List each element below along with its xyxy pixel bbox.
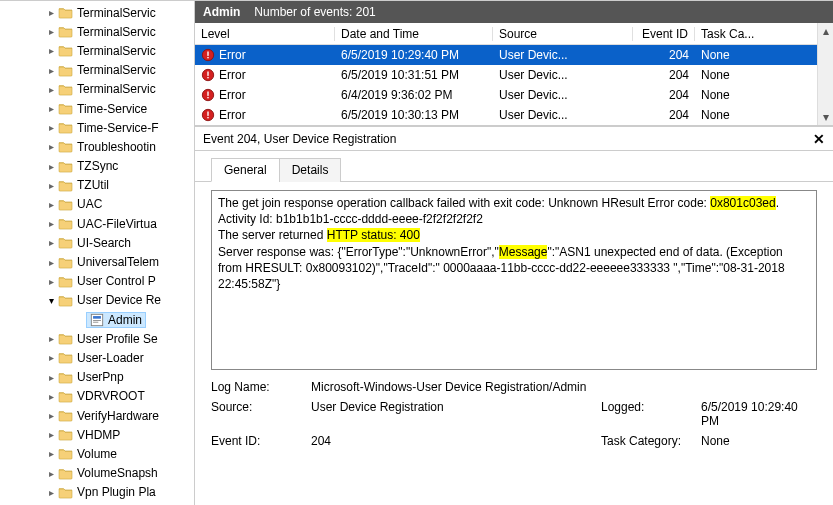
folder-icon — [58, 217, 73, 230]
cell-event-id: 204 — [633, 88, 695, 102]
folder-icon — [58, 294, 73, 307]
tree-leaf[interactable]: Admin — [0, 310, 194, 329]
col-date[interactable]: Date and Time — [335, 27, 493, 41]
tree-folder[interactable]: ▸VolumeSnapsh — [0, 464, 194, 483]
chevron-right-icon[interactable]: ▸ — [46, 468, 56, 479]
cell-level: Error — [219, 88, 246, 102]
chevron-right-icon[interactable]: ▸ — [46, 65, 56, 76]
cell-level: Error — [219, 68, 246, 82]
chevron-right-icon[interactable]: ▸ — [46, 199, 56, 210]
tree-folder[interactable]: ▸UI-Search — [0, 233, 194, 252]
tree-folder[interactable]: ▸UserPnp — [0, 368, 194, 387]
prop-taskcat-value: None — [701, 434, 817, 448]
tree-folder[interactable]: ▸UAC — [0, 195, 194, 214]
event-row[interactable]: Error6/4/2019 9:36:02 PMUser Devic...204… — [195, 85, 833, 105]
tree-label: VHDMP — [77, 428, 120, 442]
chevron-right-icon[interactable]: ▸ — [46, 410, 56, 421]
tree-folder[interactable]: ▸Troubleshootin — [0, 137, 194, 156]
folder-icon — [58, 64, 73, 77]
tree-label: Volume — [77, 447, 117, 461]
list-scrollbar[interactable]: ▴ ▾ — [817, 23, 833, 125]
event-row[interactable]: Error6/5/2019 10:30:13 PMUser Devic...20… — [195, 105, 833, 125]
tree-folder[interactable]: ▸TerminalServic — [0, 41, 194, 60]
prop-taskcat-label: Task Category: — [601, 434, 701, 448]
tab-general[interactable]: General — [211, 158, 280, 182]
tree-label: VDRVROOT — [77, 389, 145, 403]
cell-task: None — [695, 48, 833, 62]
chevron-right-icon[interactable]: ▸ — [46, 257, 56, 268]
col-level[interactable]: Level — [195, 27, 335, 41]
cell-source: User Devic... — [493, 88, 633, 102]
tree-folder[interactable]: ▸Time-Service-F — [0, 118, 194, 137]
tab-details[interactable]: Details — [279, 158, 342, 182]
chevron-right-icon[interactable]: ▸ — [46, 26, 56, 37]
right-pane: Admin Number of events: 201 Level Date a… — [195, 1, 833, 505]
event-row[interactable]: Error6/5/2019 10:29:40 PMUser Devic...20… — [195, 45, 833, 65]
chevron-right-icon[interactable]: ▸ — [46, 7, 56, 18]
prop-eventid-label: Event ID: — [211, 434, 311, 448]
chevron-down-icon[interactable]: ▾ — [46, 295, 56, 306]
tree-folder[interactable]: ▸VDRVROOT — [0, 387, 194, 406]
detail-title: Event 204, User Device Registration — [203, 132, 396, 146]
prop-logname-value: Microsoft-Windows-User Device Registrati… — [311, 380, 817, 394]
chevron-right-icon[interactable]: ▸ — [46, 487, 56, 498]
chevron-right-icon[interactable]: ▸ — [46, 84, 56, 95]
tree-folder[interactable]: ▸UAC-FileVirtua — [0, 214, 194, 233]
tree-folder[interactable]: ▸Vpn Plugin Pla — [0, 483, 194, 502]
cell-date: 6/5/2019 10:30:13 PM — [335, 108, 493, 122]
tree-label: User Profile Se — [77, 332, 158, 346]
chevron-right-icon[interactable]: ▸ — [46, 161, 56, 172]
folder-icon — [58, 275, 73, 288]
chevron-right-icon[interactable]: ▸ — [46, 141, 56, 152]
tree-folder[interactable]: ▸TerminalServic — [0, 80, 194, 99]
log-leaf-icon — [90, 313, 104, 327]
tree-label: TerminalServic — [77, 82, 156, 96]
tree-label: UserPnp — [77, 370, 124, 384]
tree-folder[interactable]: ▾User Device Re — [0, 291, 194, 310]
col-event-id[interactable]: Event ID — [633, 27, 695, 41]
folder-icon — [58, 83, 73, 96]
folder-icon — [58, 447, 73, 460]
scroll-down-icon[interactable]: ▾ — [818, 109, 833, 125]
tree-folder[interactable]: ▸UniversalTelem — [0, 252, 194, 271]
tree-folder[interactable]: ▸User-Loader — [0, 348, 194, 367]
chevron-right-icon[interactable]: ▸ — [46, 352, 56, 363]
col-task[interactable]: Task Ca... — [695, 27, 833, 41]
cell-source: User Devic... — [493, 68, 633, 82]
chevron-right-icon[interactable]: ▸ — [46, 103, 56, 114]
chevron-right-icon[interactable]: ▸ — [46, 372, 56, 383]
tree-folder[interactable]: ▸TerminalServic — [0, 3, 194, 22]
folder-icon — [58, 25, 73, 38]
chevron-right-icon[interactable]: ▸ — [46, 429, 56, 440]
cell-level: Error — [219, 108, 246, 122]
tree-folder[interactable]: ▸TZSync — [0, 157, 194, 176]
tree-label: TZSync — [77, 159, 118, 173]
chevron-right-icon[interactable]: ▸ — [46, 448, 56, 459]
chevron-right-icon[interactable]: ▸ — [46, 180, 56, 191]
folder-icon — [58, 332, 73, 345]
chevron-right-icon[interactable]: ▸ — [46, 237, 56, 248]
tree-folder[interactable]: ▸VHDMP — [0, 425, 194, 444]
tree-folder[interactable]: ▸TerminalServic — [0, 22, 194, 41]
tree-folder[interactable]: ▸User Profile Se — [0, 329, 194, 348]
chevron-right-icon[interactable]: ▸ — [46, 333, 56, 344]
tree-folder[interactable]: ▸Time-Service — [0, 99, 194, 118]
event-row[interactable]: Error6/5/2019 10:31:51 PMUser Devic...20… — [195, 65, 833, 85]
header-count: Number of events: 201 — [254, 5, 375, 19]
tree-folder[interactable]: ▸TerminalServic — [0, 61, 194, 80]
tree-label: User-Loader — [77, 351, 144, 365]
folder-icon — [58, 467, 73, 480]
scroll-up-icon[interactable]: ▴ — [818, 23, 833, 39]
tree-folder[interactable]: ▸TZUtil — [0, 176, 194, 195]
tree-label: Admin — [108, 313, 142, 327]
close-icon[interactable]: ✕ — [813, 131, 825, 147]
chevron-right-icon[interactable]: ▸ — [46, 45, 56, 56]
tree-folder[interactable]: ▸User Control P — [0, 272, 194, 291]
chevron-right-icon[interactable]: ▸ — [46, 122, 56, 133]
chevron-right-icon[interactable]: ▸ — [46, 218, 56, 229]
chevron-right-icon[interactable]: ▸ — [46, 276, 56, 287]
tree-folder[interactable]: ▸VerifyHardware — [0, 406, 194, 425]
chevron-right-icon[interactable]: ▸ — [46, 391, 56, 402]
col-source[interactable]: Source — [493, 27, 633, 41]
tree-folder[interactable]: ▸Volume — [0, 444, 194, 463]
